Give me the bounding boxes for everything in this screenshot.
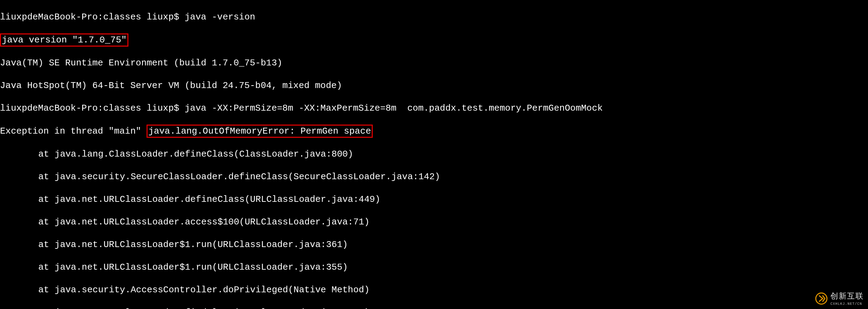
- stack-frame: at java.security.SecureClassLoader.defin…: [0, 171, 868, 183]
- stack-frame: at java.net.URLClassLoader.defineClass(U…: [0, 194, 868, 205]
- watermark-text: 创新互联: [830, 292, 864, 300]
- stack-frame: at java.net.URLClassLoader.findClass(URL…: [0, 307, 868, 309]
- highlight-error: java.lang.OutOfMemoryError: PermGen spac…: [147, 125, 373, 138]
- command-text: java -version: [185, 12, 255, 22]
- java-version-line: java version "1.7.0_75": [0, 34, 868, 46]
- command-text: java -XX:PermSize=8m -XX:MaxPermSize=8m …: [185, 103, 603, 113]
- watermark-logo-icon: [815, 292, 828, 305]
- prompt-line-1: liuxpdeMacBook-Pro:classes liuxp$ java -…: [0, 11, 868, 23]
- stack-frame: at java.net.URLClassLoader$1.run(URLClas…: [0, 262, 868, 273]
- stack-frame: at java.security.AccessController.doPriv…: [0, 284, 868, 296]
- highlight-version: java version "1.7.0_75": [0, 33, 128, 47]
- shell-prompt: liuxpdeMacBook-Pro:classes liuxp$: [0, 12, 185, 22]
- jre-line: Java(TM) SE Runtime Environment (build 1…: [0, 57, 868, 69]
- watermark-text-wrap: 创新互联 CXHLKJ.NET/CN: [830, 291, 864, 306]
- exception-line: Exception in thread "main" java.lang.Out…: [0, 125, 868, 137]
- stack-frame: at java.lang.ClassLoader.defineClass(Cla…: [0, 149, 868, 160]
- exception-prefix: Exception in thread "main": [0, 126, 147, 136]
- stack-frame: at java.net.URLClassLoader.access$100(UR…: [0, 216, 868, 228]
- hotspot-line: Java HotSpot(TM) 64-Bit Server VM (build…: [0, 80, 868, 92]
- prompt-line-2: liuxpdeMacBook-Pro:classes liuxp$ java -…: [0, 103, 868, 114]
- watermark: 创新互联 CXHLKJ.NET/CN: [815, 291, 864, 306]
- shell-prompt: liuxpdeMacBook-Pro:classes liuxp$: [0, 103, 185, 113]
- watermark-subtext: CXHLKJ.NET/CN: [830, 302, 864, 307]
- terminal-output: liuxpdeMacBook-Pro:classes liuxp$ java -…: [0, 0, 868, 309]
- stack-frame: at java.net.URLClassLoader$1.run(URLClas…: [0, 239, 868, 251]
